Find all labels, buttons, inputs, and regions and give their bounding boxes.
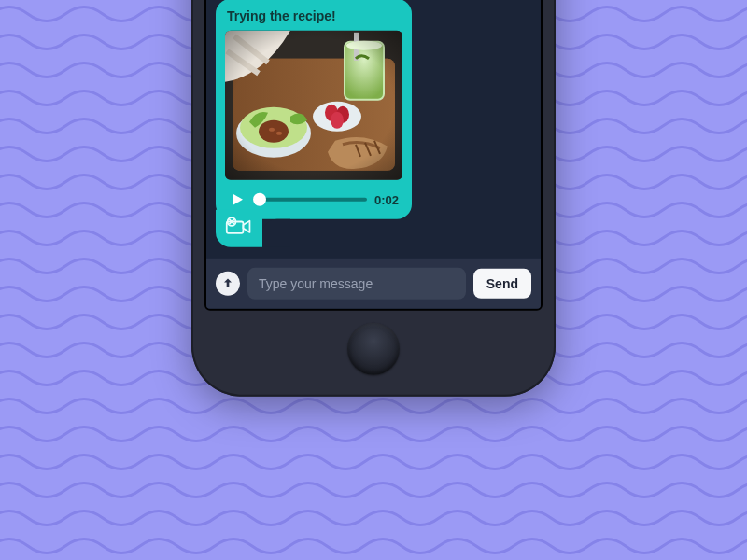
app-screen: Trying the recipe! <box>204 0 543 311</box>
svg-rect-19 <box>225 31 402 180</box>
chat-scroll[interactable]: Trying the recipe! <box>206 0 541 259</box>
message-caption: Trying the recipe! <box>227 8 401 23</box>
seek-knob[interactable] <box>253 193 266 206</box>
send-button[interactable]: Send <box>473 269 531 299</box>
bubble-tail <box>216 210 262 247</box>
arrow-up-icon <box>220 276 235 291</box>
composer-bar: Send <box>206 259 541 309</box>
bubble-tail-notch <box>262 219 290 247</box>
incoming-media-bubble: Trying the recipe! <box>216 0 412 219</box>
message-input[interactable] <box>247 268 466 300</box>
video-camera-icon <box>225 217 253 241</box>
audio-player: 0:02 <box>225 191 402 210</box>
seek-track[interactable] <box>253 198 367 202</box>
home-button[interactable] <box>347 323 400 375</box>
duration-label: 0:02 <box>374 192 399 206</box>
incoming-message-row: Trying the recipe! <box>216 0 531 219</box>
video-thumbnail[interactable] <box>225 31 402 180</box>
phone-frame: Trying the recipe! <box>191 0 556 397</box>
upload-button[interactable] <box>216 272 240 296</box>
play-icon[interactable] <box>229 191 246 208</box>
